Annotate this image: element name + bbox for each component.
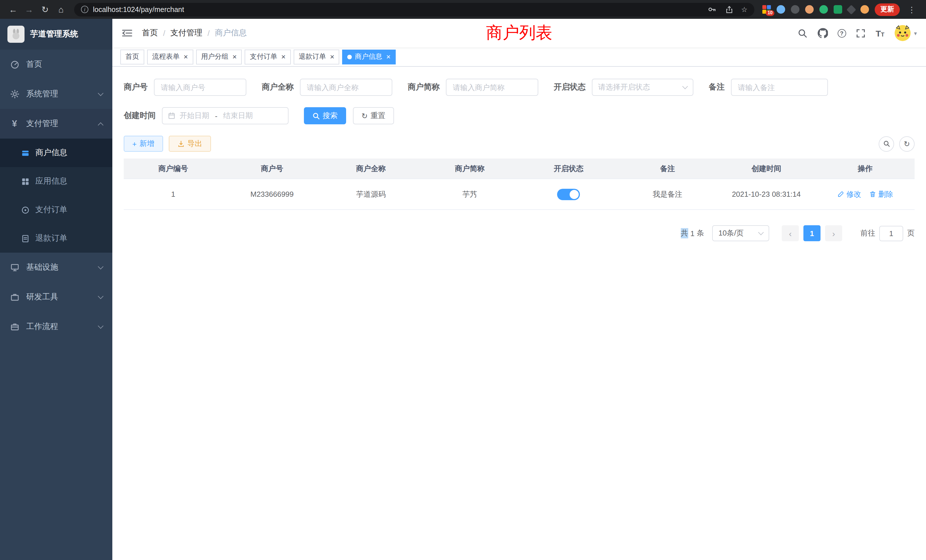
sidebar-item-refund-order[interactable]: 退款订单: [0, 224, 112, 253]
search-button[interactable]: 搜索: [304, 107, 346, 124]
page-1-button[interactable]: 1: [803, 225, 820, 241]
status-switch[interactable]: [557, 188, 580, 200]
extensions-area: 10 更新 ⋮: [760, 3, 920, 16]
help-icon[interactable]: ?: [837, 29, 846, 37]
tab-close-icon[interactable]: ×: [386, 53, 390, 61]
sidebar-item-merchant-info[interactable]: 商户信息: [0, 139, 112, 167]
font-size-icon[interactable]: TT: [876, 29, 884, 37]
next-page-button[interactable]: ›: [825, 225, 842, 241]
breadcrumb-home[interactable]: 首页: [142, 28, 158, 38]
app-title: 芋道管理系统: [30, 29, 78, 39]
field-label: 商户简称: [408, 82, 440, 92]
site-info-icon[interactable]: i: [81, 6, 88, 13]
tab-label: 支付订单: [250, 52, 277, 62]
merchant-table: 商户编号 商户号 商户全称 商户简称 开启状态 备注 创建时间 操作 1 M23…: [124, 159, 915, 210]
bookmark-star-icon[interactable]: ☆: [741, 5, 747, 14]
sidebar: 芋道管理系统 首页: [0, 19, 112, 560]
tab-label: 流程表单: [152, 52, 180, 62]
profile-avatar-icon[interactable]: [861, 5, 869, 14]
short-name-input[interactable]: [446, 79, 538, 96]
browser-reload-icon[interactable]: ↻: [38, 2, 53, 17]
sidebar-toggle-icon[interactable]: [121, 27, 133, 39]
refresh-table-button[interactable]: ↻: [899, 136, 915, 151]
tab-process-form[interactable]: 流程表单 ×: [147, 49, 193, 64]
field-label: 创建时间: [124, 110, 156, 121]
cell-actions: 修改 删除: [816, 179, 915, 210]
sidebar-item-payment-order[interactable]: 支付订单: [0, 195, 112, 224]
reset-button[interactable]: ↻ 重置: [353, 107, 394, 124]
tab-close-icon[interactable]: ×: [281, 53, 285, 61]
status-select[interactable]: 请选择开启状态: [592, 79, 693, 96]
calendar-icon: [168, 112, 176, 120]
remark-input[interactable]: [731, 79, 828, 96]
tab-close-icon[interactable]: ×: [232, 53, 237, 61]
share-icon[interactable]: [724, 4, 734, 15]
pagination: 共 1 条 10条/页 ‹ 1 › 前往 页: [124, 225, 915, 241]
password-key-icon[interactable]: [707, 4, 717, 15]
tab-close-icon[interactable]: ×: [330, 53, 334, 61]
field-label: 开启状态: [554, 82, 586, 92]
filter-merchant-no: 商户号: [124, 79, 246, 96]
breadcrumb-payment[interactable]: 支付管理: [171, 28, 203, 38]
extension-colorful-icon[interactable]: 10: [763, 5, 771, 14]
tags-view: 首页 流程表单 × 用户分组 × 支付订单 × 退款订单 ×: [112, 47, 926, 67]
app-logo[interactable]: 芋道管理系统: [0, 19, 112, 50]
browser-back-icon[interactable]: ←: [6, 2, 21, 17]
extension-drop-icon[interactable]: [776, 5, 785, 14]
sidebar-item-infrastructure[interactable]: 基础设施: [0, 253, 112, 282]
sidebar-item-app-info[interactable]: 应用信息: [0, 167, 112, 195]
tab-close-icon[interactable]: ×: [184, 53, 188, 61]
sidebar-item-label: 首页: [26, 59, 42, 70]
browser-menu-icon[interactable]: ⋮: [905, 5, 918, 14]
extension-green-circle-icon[interactable]: [819, 5, 828, 14]
toggle-search-button[interactable]: [879, 136, 894, 151]
tab-merchant-info[interactable]: 商户信息 ×: [342, 49, 396, 64]
sidebar-item-payment[interactable]: ¥ 支付管理: [0, 109, 112, 139]
dashboard-icon: [10, 60, 20, 69]
sidebar-item-workflow[interactable]: 工作流程: [0, 312, 112, 342]
browser-update-button[interactable]: 更新: [875, 3, 900, 16]
page-size-select[interactable]: 10条/页: [712, 225, 769, 241]
sidebar-item-dev-tools[interactable]: 研发工具: [0, 282, 112, 312]
browser-forward-icon[interactable]: →: [22, 2, 36, 17]
button-label: 导出: [187, 139, 202, 149]
address-bar[interactable]: i localhost:1024/pay/merchant ☆: [74, 3, 754, 16]
browser-home-icon[interactable]: ⌂: [54, 2, 68, 17]
tab-home[interactable]: 首页: [120, 49, 144, 64]
merchant-no-input[interactable]: [154, 79, 246, 96]
tab-payment-order[interactable]: 支付订单 ×: [245, 49, 291, 64]
total-suffix: 条: [697, 228, 704, 238]
export-button[interactable]: 导出: [168, 136, 211, 152]
sidebar-item-home[interactable]: 首页: [0, 50, 112, 79]
tab-label: 商户信息: [355, 52, 382, 62]
user-menu[interactable]: ▾: [894, 24, 917, 42]
full-name-input[interactable]: [300, 79, 392, 96]
delete-link[interactable]: 删除: [869, 189, 893, 199]
extension-pin-icon[interactable]: [846, 5, 856, 14]
pagination-total: 共 1 条: [681, 228, 704, 238]
github-icon[interactable]: [817, 28, 828, 38]
pagination-goto: 前往 页: [861, 226, 915, 241]
sidebar-item-system[interactable]: 系统管理: [0, 79, 112, 109]
chevron-up-icon: [98, 122, 103, 128]
button-label: 重置: [371, 110, 386, 121]
filter-create-time: 创建时间 开始日期 - 结束日期: [124, 107, 289, 124]
chevron-down-icon: [682, 83, 688, 89]
page-content: 商户号 商户全称 商户简称 开启状态 请选择开启状态: [112, 67, 926, 560]
column-header: 操作: [816, 159, 915, 179]
filter-status: 开启状态 请选择开启状态: [554, 79, 693, 96]
date-range-picker[interactable]: 开始日期 - 结束日期: [162, 107, 289, 124]
prev-page-button[interactable]: ‹: [782, 225, 799, 241]
link-label: 删除: [878, 189, 893, 199]
tab-user-group[interactable]: 用户分组 ×: [196, 49, 242, 64]
extension-green-square-icon[interactable]: [834, 5, 842, 14]
tab-refund-order[interactable]: 退款订单 ×: [294, 49, 340, 64]
column-header: 开启状态: [519, 159, 618, 179]
goto-page-input[interactable]: [879, 226, 903, 241]
edit-link[interactable]: 修改: [837, 189, 861, 199]
extension-avatar-icon[interactable]: [805, 5, 814, 14]
fullscreen-icon[interactable]: [856, 28, 866, 38]
extension-dark-icon[interactable]: [791, 5, 799, 14]
add-button[interactable]: + 新增: [124, 136, 163, 152]
search-icon[interactable]: [797, 28, 808, 38]
